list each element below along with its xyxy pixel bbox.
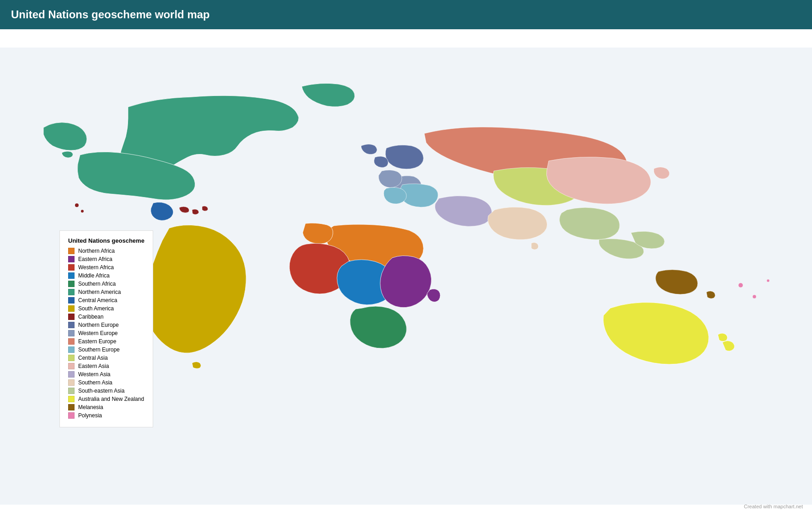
legend-color-swatch <box>68 379 75 386</box>
legend-color-swatch <box>68 322 75 328</box>
legend-color-swatch <box>68 305 75 312</box>
legend-label: Northern Europe <box>78 322 119 328</box>
legend-item: Southern Africa <box>68 281 144 287</box>
legend-item: Northern Africa <box>68 248 144 254</box>
legend-item: Eastern Asia <box>68 363 144 369</box>
legend-item: Eastern Europe <box>68 338 144 345</box>
legend-item: Southern Asia <box>68 379 144 386</box>
legend-item: Southern Europe <box>68 346 144 353</box>
legend-color-swatch <box>68 412 75 419</box>
svg-point-2 <box>753 295 756 298</box>
legend-item: South America <box>68 305 144 312</box>
legend-item: Western Asia <box>68 371 144 378</box>
svg-point-4 <box>75 203 79 207</box>
legend-item: Melanesia <box>68 404 144 410</box>
legend-color-swatch <box>68 272 75 279</box>
svg-point-1 <box>738 283 743 288</box>
legend-item: Australia and New Zealand <box>68 396 144 402</box>
legend-item: South-eastern Asia <box>68 388 144 394</box>
legend-color-swatch <box>68 404 75 410</box>
watermark: Created with mapchart.net <box>744 504 803 509</box>
legend-label: Western Asia <box>78 371 110 378</box>
legend-color-swatch <box>68 264 75 271</box>
legend-item: Northern Europe <box>68 322 144 328</box>
legend-item: Caribbean <box>68 314 144 320</box>
legend-color-swatch <box>68 248 75 254</box>
legend-label: Melanesia <box>78 404 103 410</box>
legend-label: Southern Africa <box>78 281 116 287</box>
legend-color-swatch <box>68 289 75 295</box>
legend-label: Northern Africa <box>78 248 115 254</box>
legend-label: Southern Europe <box>78 346 120 353</box>
main-content: United Nations geoscheme Northern Africa… <box>0 29 812 522</box>
legend-item: Western Africa <box>68 264 144 271</box>
page-title: United Nations geoscheme world map <box>11 8 210 21</box>
legend-label: Northern America <box>78 289 121 295</box>
legend-label: Polynesia <box>78 412 102 419</box>
legend-label: South-eastern Asia <box>78 388 124 394</box>
legend-color-swatch <box>68 338 75 345</box>
legend-label: Australia and New Zealand <box>78 396 144 402</box>
legend-color-swatch <box>68 281 75 287</box>
legend-label: Western Europe <box>78 330 118 336</box>
legend-color-swatch <box>68 314 75 320</box>
legend-label: Caribbean <box>78 314 103 320</box>
legend-title: United Nations geoscheme <box>68 237 144 244</box>
legend-label: Central America <box>78 297 117 304</box>
svg-point-3 <box>767 279 769 282</box>
legend-item: Western Europe <box>68 330 144 336</box>
legend-color-swatch <box>68 388 75 394</box>
legend-color-swatch <box>68 355 75 361</box>
legend-item: Polynesia <box>68 412 144 419</box>
legend-color-swatch <box>68 297 75 304</box>
legend-item: Middle Africa <box>68 272 144 279</box>
legend-color-swatch <box>68 346 75 353</box>
svg-point-5 <box>81 210 84 213</box>
legend: United Nations geoscheme Northern Africa… <box>59 230 153 427</box>
header: United Nations geoscheme world map <box>0 0 812 29</box>
legend-color-swatch <box>68 363 75 369</box>
legend-label: Central Asia <box>78 355 108 361</box>
legend-label: Western Africa <box>78 264 114 271</box>
legend-color-swatch <box>68 371 75 378</box>
legend-color-swatch <box>68 256 75 262</box>
legend-item: Central America <box>68 297 144 304</box>
legend-label: Eastern Asia <box>78 363 109 369</box>
legend-item: Central Asia <box>68 355 144 361</box>
legend-label: South America <box>78 305 114 312</box>
legend-color-swatch <box>68 396 75 402</box>
legend-item: Eastern Africa <box>68 256 144 262</box>
legend-color-swatch <box>68 330 75 336</box>
legend-label: Eastern Africa <box>78 256 112 262</box>
legend-label: Southern Asia <box>78 379 112 386</box>
legend-label: Eastern Europe <box>78 338 116 345</box>
legend-label: Middle Africa <box>78 272 110 279</box>
legend-item: Northern America <box>68 289 144 295</box>
